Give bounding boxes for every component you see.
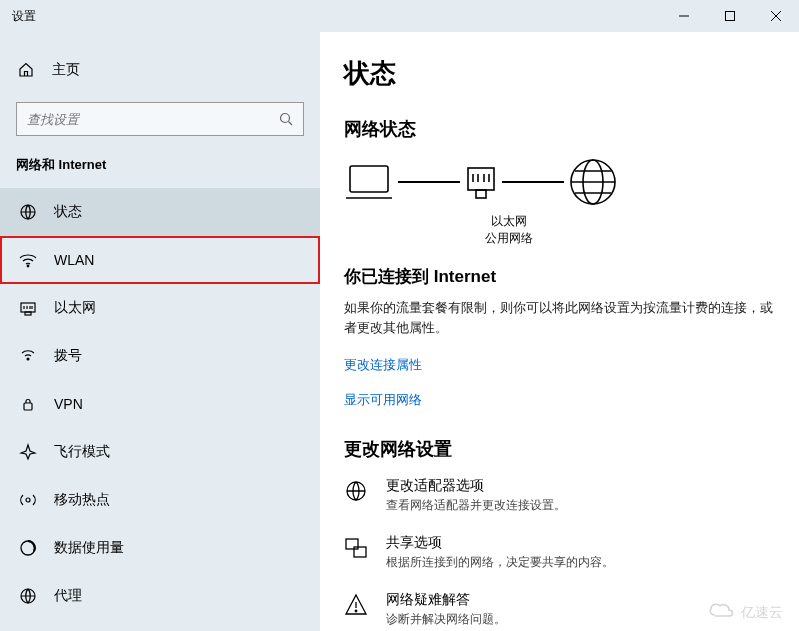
page-title: 状态	[344, 56, 775, 91]
sidebar-home-label: 主页	[52, 61, 80, 79]
main-content: 状态 网络状态 以太网 公用网络 你已连接到 Internet 如果你的流量套餐…	[320, 32, 799, 631]
troubleshoot-icon	[344, 591, 368, 617]
sidebar-item-label: VPN	[54, 396, 83, 412]
svg-point-34	[355, 610, 357, 612]
option-sharing[interactable]: 共享选项 根据所连接到的网络，决定要共享的内容。	[344, 534, 775, 571]
sidebar-item-label: WLAN	[54, 252, 94, 268]
sidebar-item-label: 数据使用量	[54, 539, 124, 557]
computer-icon	[344, 162, 394, 202]
connected-heading: 你已连接到 Internet	[344, 265, 775, 288]
svg-rect-9	[25, 312, 31, 315]
section-network-status: 网络状态	[344, 117, 775, 141]
sidebar-item-vpn[interactable]: VPN	[0, 380, 320, 428]
minimize-button[interactable]	[661, 0, 707, 32]
sidebar-home[interactable]: 主页	[0, 50, 320, 90]
sidebar-item-ethernet[interactable]: 以太网	[0, 284, 320, 332]
link-available-networks[interactable]: 显示可用网络	[344, 391, 422, 409]
globe-icon	[568, 157, 618, 207]
connection-line	[502, 181, 564, 183]
sidebar-item-label: 移动热点	[54, 491, 110, 509]
sidebar-item-status[interactable]: 状态	[0, 188, 320, 236]
search-icon[interactable]	[269, 112, 303, 126]
sharing-icon	[344, 534, 368, 560]
network-diagram	[344, 157, 775, 207]
option-desc: 诊断并解决网络问题。	[386, 611, 506, 628]
sidebar: 主页 网络和 Internet 状态 WLAN	[0, 32, 320, 631]
option-title: 更改适配器选项	[386, 477, 566, 495]
home-icon	[16, 62, 36, 78]
close-button[interactable]	[753, 0, 799, 32]
connection-type-label: 以太网 公用网络	[474, 213, 544, 247]
svg-rect-21	[468, 168, 494, 190]
connected-description: 如果你的流量套餐有限制，则你可以将此网络设置为按流量计费的连接，或者更改其他属性…	[344, 298, 775, 340]
sidebar-item-proxy[interactable]: 代理	[0, 572, 320, 620]
svg-point-7	[27, 265, 29, 267]
option-desc: 查看网络适配器并更改连接设置。	[386, 497, 566, 514]
vpn-icon	[18, 395, 38, 413]
svg-rect-22	[476, 190, 486, 198]
sidebar-item-label: 拨号	[54, 347, 82, 365]
ethernet-device-icon	[464, 162, 498, 202]
connection-line	[398, 181, 460, 183]
svg-rect-19	[350, 166, 388, 192]
sidebar-item-hotspot[interactable]: 移动热点	[0, 476, 320, 524]
option-change-adapter[interactable]: 更改适配器选项 查看网络适配器并更改连接设置。	[344, 477, 775, 514]
sidebar-item-wlan[interactable]: WLAN	[0, 236, 320, 284]
sidebar-item-label: 状态	[54, 203, 82, 221]
window-title: 设置	[0, 8, 36, 25]
section-change-settings: 更改网络设置	[344, 437, 775, 461]
wifi-icon	[18, 251, 38, 269]
sidebar-item-label: 飞行模式	[54, 443, 110, 461]
svg-point-14	[27, 358, 29, 360]
option-desc: 根据所连接到的网络，决定要共享的内容。	[386, 554, 614, 571]
proxy-icon	[18, 587, 38, 605]
airplane-icon	[18, 443, 38, 461]
svg-line-5	[289, 122, 293, 126]
hotspot-icon	[18, 491, 38, 509]
svg-rect-1	[726, 12, 735, 21]
status-icon	[18, 203, 38, 221]
window-controls	[661, 0, 799, 32]
svg-point-16	[26, 498, 30, 502]
titlebar: 设置	[0, 0, 799, 32]
search-box[interactable]	[16, 102, 304, 136]
svg-text:亿速云: 亿速云	[740, 604, 783, 620]
option-title: 共享选项	[386, 534, 614, 552]
svg-rect-15	[24, 403, 32, 410]
sidebar-nav: 状态 WLAN 以太网 拨号 VPN	[0, 188, 320, 620]
sidebar-section-header: 网络和 Internet	[0, 136, 320, 188]
maximize-button[interactable]	[707, 0, 753, 32]
link-connection-properties[interactable]: 更改连接属性	[344, 356, 422, 374]
option-title: 网络疑难解答	[386, 591, 506, 609]
ethernet-icon	[18, 299, 38, 317]
sidebar-item-label: 代理	[54, 587, 82, 605]
watermark: 亿速云	[707, 597, 787, 625]
datausage-icon	[18, 539, 38, 557]
search-input[interactable]	[17, 112, 269, 127]
sidebar-item-dialup[interactable]: 拨号	[0, 332, 320, 380]
svg-rect-8	[21, 303, 35, 312]
dialup-icon	[18, 347, 38, 365]
svg-point-4	[281, 114, 290, 123]
sidebar-item-datausage[interactable]: 数据使用量	[0, 524, 320, 572]
sidebar-item-airplane[interactable]: 飞行模式	[0, 428, 320, 476]
sidebar-item-label: 以太网	[54, 299, 96, 317]
adapter-icon	[344, 477, 368, 503]
